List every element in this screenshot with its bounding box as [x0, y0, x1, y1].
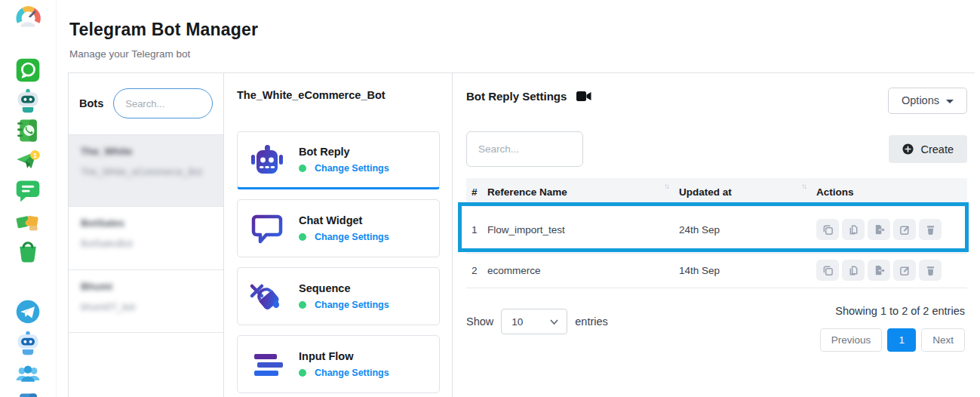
bot-reply-settings-panel: Bot Reply Settings Options — [453, 73, 975, 397]
settings-title: Bot Reply Settings — [466, 90, 567, 103]
previous-page-button[interactable]: Previous — [820, 328, 883, 352]
feature-card-label: Chat Widget — [299, 214, 389, 226]
svg-text:1: 1 — [33, 152, 37, 159]
dashboard-gauge-icon[interactable] — [14, 4, 41, 31]
pagination: Previous 1 Next — [820, 328, 965, 352]
telegram-groups-icon[interactable] — [14, 360, 41, 387]
copy-button[interactable] — [842, 260, 865, 281]
feature-card-label: Bot Reply — [299, 146, 389, 158]
next-page-button[interactable]: Next — [921, 328, 965, 352]
bot-item-title: BotSales — [81, 217, 211, 229]
sequence-icon — [249, 279, 285, 315]
options-button-label: Options — [902, 94, 939, 106]
delete-button[interactable] — [919, 219, 942, 240]
feature-card-sequence[interactable]: Sequence Change Settings — [237, 267, 440, 325]
export-button[interactable] — [868, 260, 890, 281]
bots-label: Bots — [79, 97, 103, 109]
chevron-down-icon — [550, 319, 558, 325]
campaign-plane-badge-icon[interactable]: 1 — [14, 147, 41, 174]
change-settings-link[interactable]: Change Settings — [315, 163, 389, 174]
chevron-down-icon — [946, 100, 954, 103]
page-size-select[interactable]: 10 — [501, 309, 567, 334]
whatsapp-bot-icon[interactable] — [14, 87, 41, 114]
bots-panel-header: Bots — [69, 73, 223, 134]
status-dot — [299, 233, 306, 241]
row-actions — [816, 260, 967, 281]
bot-item-username: BotSalesBot — [81, 237, 211, 251]
options-button[interactable]: Options — [888, 88, 967, 114]
feature-card-label: Sequence — [299, 282, 389, 294]
telegram-bot-icon[interactable] — [14, 329, 41, 356]
plus-circle-icon — [902, 143, 914, 155]
row-reference-name: ecommerce — [487, 265, 679, 276]
telegram-phonebook-icon[interactable] — [14, 391, 41, 397]
page-size-value: 10 — [512, 316, 523, 328]
shop-bag-icon[interactable] — [14, 238, 41, 265]
edit-button[interactable] — [893, 219, 916, 240]
edit-button[interactable] — [893, 260, 916, 281]
bot-item-username: The_White_eCommerce_Bot — [81, 165, 211, 180]
row-actions — [816, 219, 967, 240]
bot-list-item[interactable]: BotSales BotSalesBot — [69, 206, 223, 269]
sort-icon: ↑↓ — [801, 182, 806, 190]
bot-reply-icon — [249, 142, 285, 178]
bots-search-input[interactable] — [113, 88, 213, 118]
workspace: Bots The_White The_White_eCommerce_Bot B… — [68, 72, 975, 397]
change-settings-link[interactable]: Change Settings — [315, 300, 389, 310]
selected-bot-name: The_White_eCommerce_Bot — [237, 89, 440, 101]
page-subtitle: Manage your Telegram bot — [69, 48, 980, 60]
app-root: 1 — [0, 0, 980, 397]
status-dot — [299, 165, 306, 172]
row-number: 1 — [466, 224, 487, 235]
feature-card-chat-widget[interactable]: Chat Widget Change Settings — [237, 199, 440, 257]
table-row[interactable]: 1 Flow_import_test 24th Sep — [466, 207, 967, 254]
bot-list-item[interactable]: The_White The_White_eCommerce_Bot — [69, 134, 223, 206]
export-button[interactable] — [868, 219, 890, 240]
row-updated-at: 14th Sep — [679, 265, 816, 276]
sort-icon: ↑↓ — [664, 182, 668, 190]
table-footer: Show 10 entries Showing 1 to 2 of 2 entr… — [466, 305, 967, 352]
bot-detail-panel: The_White_eCommerce_Bot — [224, 73, 453, 397]
chat-icon[interactable] — [14, 177, 41, 205]
feature-card-input-flow[interactable]: Input Flow Change Settings — [237, 335, 440, 393]
table-row[interactable]: 2 ecommerce 14th Sep — [466, 254, 967, 288]
status-dot — [299, 301, 306, 309]
create-button[interactable]: Create — [889, 135, 967, 163]
app-icon-rail: 1 — [0, 0, 57, 397]
main-content: Telegram Bot Manager Manage your Telegra… — [57, 0, 980, 397]
bot-item-username: bhumi07_bot — [81, 300, 211, 315]
row-updated-at: 24th Sep — [679, 224, 816, 235]
create-button-label: Create — [920, 143, 954, 155]
bots-panel: Bots The_White The_White_eCommerce_Bot B… — [68, 73, 224, 397]
col-header-actions: Actions — [816, 186, 967, 198]
whatsapp-icon[interactable] — [14, 57, 41, 84]
bot-item-title: The_White — [81, 146, 211, 157]
show-label: Show — [466, 315, 493, 328]
status-dot — [299, 369, 306, 377]
copy-button[interactable] — [842, 219, 865, 240]
page-header: Telegram Bot Manager Manage your Telegra… — [57, 0, 980, 60]
bot-list-item[interactable]: Bhumi bhumi07_bot — [69, 269, 223, 333]
reply-search-input[interactable] — [466, 131, 583, 167]
delete-button[interactable] — [919, 260, 942, 281]
row-number: 2 — [466, 265, 487, 276]
entries-label: entries — [575, 315, 608, 328]
duplicate-button[interactable] — [816, 219, 839, 240]
change-settings-link[interactable]: Change Settings — [315, 368, 389, 378]
table-header: # Reference Name ↑↓ Updated at ↑↓ Action… — [466, 178, 967, 207]
input-flow-icon — [249, 346, 285, 383]
duplicate-button[interactable] — [816, 260, 839, 281]
video-camera-icon[interactable] — [576, 91, 591, 102]
col-header-reference-name[interactable]: Reference Name ↑↓ — [487, 186, 679, 198]
col-header-num: # — [466, 186, 487, 198]
showing-entries-text: Showing 1 to 2 of 2 entries — [835, 305, 965, 317]
current-page-button[interactable]: 1 — [887, 328, 916, 352]
col-header-updated-at[interactable]: Updated at ↑↓ — [679, 186, 816, 198]
change-settings-link[interactable]: Change Settings — [315, 232, 389, 242]
integrations-puzzle-icon[interactable] — [14, 208, 41, 235]
feature-card-bot-reply[interactable]: Bot Reply Change Settings — [237, 131, 440, 189]
telegram-icon[interactable] — [14, 298, 41, 325]
whatsapp-phonebook-icon[interactable] — [14, 117, 41, 144]
feature-cards: Bot Reply Change Settings — [237, 131, 440, 393]
row-reference-name: Flow_import_test — [487, 224, 679, 235]
